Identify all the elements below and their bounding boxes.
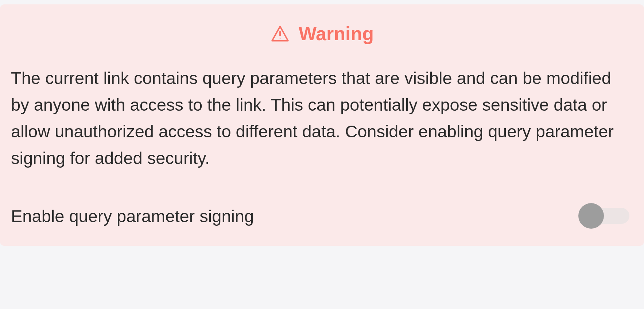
toggle-row: Enable query parameter signing [11, 204, 633, 228]
warning-triangle-icon [270, 25, 290, 42]
warning-header: Warning [11, 24, 633, 43]
query-signing-toggle[interactable] [578, 204, 629, 228]
warning-title: Warning [299, 24, 374, 43]
warning-card: Warning The current link contains query … [0, 4, 644, 246]
toggle-label: Enable query parameter signing [11, 206, 254, 226]
svg-point-1 [280, 38, 281, 39]
warning-body-text: The current link contains query paramete… [11, 65, 633, 171]
toggle-thumb [578, 203, 604, 229]
